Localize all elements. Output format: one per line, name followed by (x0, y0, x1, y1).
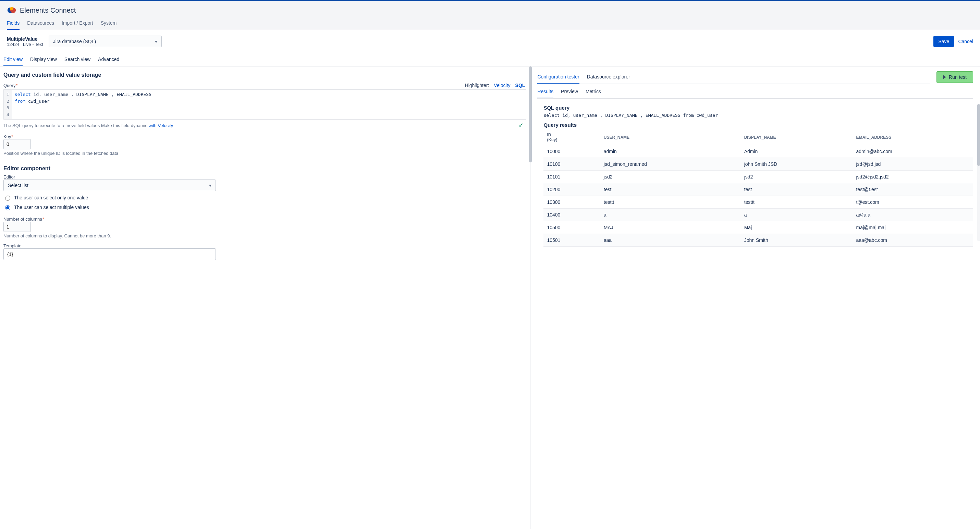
radio-multiple-input[interactable] (5, 205, 10, 210)
query-editor[interactable]: 1234 select id, user_name , DISPLAY_NAME… (3, 89, 526, 119)
view-tab-edit[interactable]: Edit view (3, 53, 22, 66)
table-cell: a (600, 208, 741, 221)
table-cell: testtt (600, 196, 741, 208)
field-meta: 12424 | Live - Text (7, 42, 43, 47)
table-cell: 10100 (544, 158, 600, 171)
table-cell: MAJ (600, 221, 741, 234)
tester-tabs: Configuration tester Datasource explorer (537, 71, 929, 84)
results-header-row: ID(Key) USER_NAME DISPLAY_NAME EMAIL_ADD… (544, 130, 973, 145)
table-row[interactable]: 10100jsd_simon_renamedjohn Smith JSDjsd@… (544, 158, 973, 171)
tab-system[interactable]: System (101, 18, 117, 30)
key-input[interactable] (3, 139, 31, 149)
table-cell: 10101 (544, 171, 600, 183)
table-row[interactable]: 10400aaa@a.a (544, 208, 973, 221)
table-cell: test (600, 183, 741, 196)
subtab-results[interactable]: Results (537, 87, 554, 98)
cancel-button[interactable]: Cancel (958, 39, 973, 44)
radio-single[interactable]: The user can select only one value (3, 195, 526, 201)
table-cell: maj@maj.maj (853, 221, 973, 234)
table-row[interactable]: 10500MAJMajmaj@maj.maj (544, 221, 973, 234)
radio-single-input[interactable] (5, 196, 10, 201)
main-tabs: Fields Datasources Import / Export Syste… (7, 18, 973, 30)
table-cell: a (741, 208, 853, 221)
table-cell: jsd_simon_renamed (600, 158, 741, 171)
table-cell: jsd2@jsd2.jsd2 (853, 171, 973, 183)
table-row[interactable]: 10300testtttestttt@est.com (544, 196, 973, 208)
table-row[interactable]: 10000adminAdminadmin@abc.com (544, 145, 973, 158)
table-cell: jsd@jsd.jsd (853, 158, 973, 171)
left-pane: Query and custom field value storage Que… (0, 67, 529, 529)
scrollbar-thumb[interactable] (529, 67, 532, 162)
col-user-name: USER_NAME (600, 130, 741, 145)
tab-datasource-explorer[interactable]: Datasource explorer (587, 71, 630, 84)
view-tab-search[interactable]: Search view (64, 53, 91, 66)
query-label: Query (3, 83, 18, 88)
editor-body[interactable]: select id, user_name , DISPLAY_NAME , EM… (12, 90, 154, 119)
table-cell: 10501 (544, 234, 600, 246)
velocity-help-link[interactable]: with Velocity (149, 123, 173, 128)
radio-multiple[interactable]: The user can select multiple values (3, 204, 526, 210)
key-hint: Position where the unique ID is located … (3, 151, 526, 156)
right-scrollbar-thumb[interactable] (977, 104, 980, 166)
field-info: MultipleValue 12424 | Live - Text (7, 36, 43, 47)
template-input[interactable] (3, 248, 216, 260)
cols-input[interactable] (3, 222, 31, 232)
cols-hint: Number of columns to display. Cannot be … (3, 233, 526, 238)
table-cell: test@t.est (853, 183, 973, 196)
tab-datasources[interactable]: Datasources (27, 18, 54, 30)
tab-config-tester[interactable]: Configuration tester (537, 71, 579, 84)
cols-label: Number of columns (3, 216, 526, 222)
highlighter-velocity[interactable]: Velocity (494, 83, 510, 88)
datasource-select[interactable]: Jira database (SQL) ▾ (49, 36, 162, 47)
table-cell: Maj (741, 221, 853, 234)
table-row[interactable]: 10501aaaJohn Smithaaa@abc.com (544, 234, 973, 246)
table-cell: jsd2 (600, 171, 741, 183)
right-scrollbar[interactable] (977, 104, 980, 241)
section-query-title: Query and custom field value storage (3, 72, 526, 78)
play-icon (943, 75, 946, 79)
editor-type-select[interactable]: Select list ▾ (3, 180, 216, 191)
table-cell: 10400 (544, 208, 600, 221)
subtab-preview[interactable]: Preview (561, 87, 578, 98)
table-cell: 10200 (544, 183, 600, 196)
query-help: The SQL query to execute to retrieve fie… (3, 123, 173, 128)
table-row[interactable]: 10200testtesttest@t.est (544, 183, 973, 196)
subtab-metrics[interactable]: Metrics (585, 87, 601, 98)
template-label: Template (3, 243, 526, 248)
editor-gutter: 1234 (4, 90, 12, 119)
pane-divider[interactable] (529, 67, 532, 529)
field-name: MultipleValue (7, 36, 43, 42)
view-tabs: Edit view Display view Search view Advan… (0, 53, 980, 67)
editor-label: Editor (3, 174, 526, 180)
view-tab-display[interactable]: Display view (30, 53, 57, 66)
results-table: ID(Key) USER_NAME DISPLAY_NAME EMAIL_ADD… (544, 130, 973, 246)
table-cell: admin (600, 145, 741, 158)
editor-type-value: Select list (8, 183, 29, 188)
table-cell: 10300 (544, 196, 600, 208)
svg-point-2 (10, 7, 13, 10)
view-tab-advanced[interactable]: Advanced (98, 53, 119, 66)
datasource-select-value: Jira database (SQL) (53, 39, 96, 44)
table-cell: a@a.a (853, 208, 973, 221)
table-cell: aaa (600, 234, 741, 246)
sql-query-label: SQL query (544, 105, 973, 111)
tab-import-export[interactable]: Import / Export (62, 18, 93, 30)
save-button[interactable]: Save (934, 36, 954, 47)
key-label: Key (3, 134, 526, 139)
brand-logo-icon (7, 6, 16, 15)
table-cell: John Smith (741, 234, 853, 246)
col-email: EMAIL_ADDRESS (853, 130, 973, 145)
col-display-name: DISPLAY_NAME (741, 130, 853, 145)
highlighter-sql[interactable]: SQL (515, 83, 525, 88)
section-editor-title: Editor component (3, 165, 526, 172)
col-id: ID(Key) (544, 130, 600, 145)
run-test-button[interactable]: Run test (937, 71, 973, 83)
chevron-down-icon: ▾ (155, 39, 157, 44)
table-row[interactable]: 10101jsd2jsd2jsd2@jsd2.jsd2 (544, 171, 973, 183)
table-cell: 10000 (544, 145, 600, 158)
table-cell: 10500 (544, 221, 600, 234)
table-cell: testtt (741, 196, 853, 208)
right-pane: Configuration tester Datasource explorer… (532, 67, 980, 529)
tab-fields[interactable]: Fields (7, 18, 19, 30)
table-cell: jsd2 (741, 171, 853, 183)
